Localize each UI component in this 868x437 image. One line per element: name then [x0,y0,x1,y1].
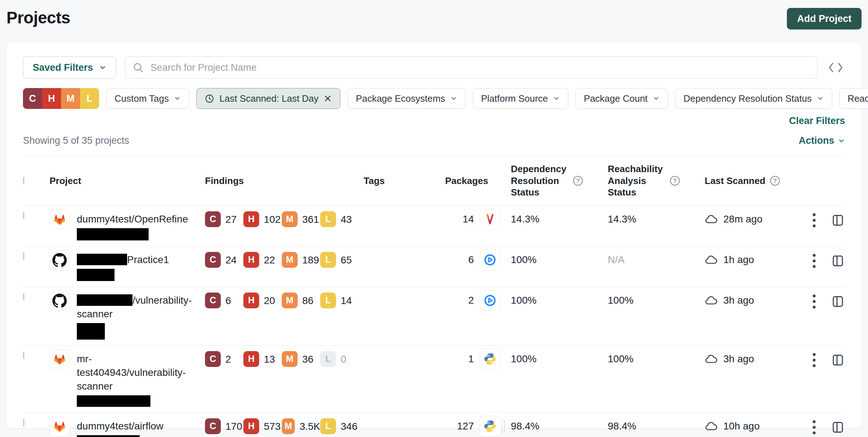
filter-dependency-resolution-status[interactable]: Dependency Resolution Status [675,88,832,109]
project-name[interactable]: /vulnerability-scanner [77,294,199,340]
redacted-text [77,228,149,240]
select-all-checkbox[interactable] [23,177,24,184]
python-icon [483,419,497,433]
column-header-last-scanned: Last Scanned ? [705,175,802,187]
last-scanned-text: 3h ago [723,294,754,307]
ecosystem-icon-box [480,416,500,437]
row-checkbox[interactable] [23,293,24,300]
filter-custom-tags[interactable]: Custom Tags [106,88,189,109]
open-side-panel-icon[interactable] [831,294,845,309]
finding-count: 20 [264,295,275,307]
severity-badge-high: H [243,211,259,227]
filter-package-count[interactable]: Package Count [575,88,668,109]
search-input[interactable] [150,62,810,73]
row-actions [802,253,845,268]
kebab-menu-icon[interactable] [807,353,821,367]
clock-icon [205,94,214,104]
cloud-icon [705,214,718,225]
packages-cell: 127 [445,419,511,437]
column-header-dependency-resolution-status: Dependency Resolution Status ? [511,163,608,198]
last-scanned-text: 10h ago [723,419,760,433]
filter-package-ecosystems[interactable]: Package Ecosystems [347,88,466,109]
kebab-menu-icon[interactable] [807,420,821,434]
project-cell: Practice1 [50,253,205,281]
project-cell: dummy4test/airflow [50,419,205,437]
open-side-panel-icon[interactable] [831,420,845,434]
close-icon[interactable] [323,94,332,103]
finding-critical: C2 [205,352,243,367]
findings-cell: C170H573M3.5KL346 [205,419,364,434]
table-row[interactable]: dummy4test/OpenRefine C27H102M361L43 14 [23,206,845,247]
table-row[interactable]: dummy4test/airflow C170H573M3.5KL346 127… [23,413,845,437]
finding-count: 3.5K [299,421,320,432]
open-side-panel-icon[interactable] [831,213,845,227]
open-side-panel-icon[interactable] [831,353,845,367]
gitlab-icon [50,210,70,230]
chevron-down-icon [553,95,560,102]
dependency-resolution-value: 100% [511,352,608,366]
finding-medium: M86 [282,294,320,308]
project-name[interactable]: dummy4test/airflow [77,419,199,437]
filter-platform-source[interactable]: Platform Source [473,88,568,109]
findings-cell: C2H13M36L0 [205,352,364,367]
chevron-down-icon [653,95,660,102]
clear-filters-link[interactable]: Clear Filters [789,115,845,126]
filter-reachability-analysis-status[interactable]: Reachability Analysis Status [839,88,868,109]
findings-cell: C24H22M189L65 [205,253,364,268]
redacted-text [77,254,127,265]
kebab-menu-icon[interactable] [807,294,821,309]
finding-medium: M189 [282,253,320,268]
finding-medium: M361 [282,212,320,227]
row-checkbox[interactable] [23,419,24,426]
last-scanned-cell: 28m ago [705,212,802,226]
svg-text:?: ? [773,177,777,184]
last-scanned-text: 3h ago [723,352,754,366]
row-checkbox[interactable] [23,252,24,260]
row-checkbox[interactable] [23,351,24,359]
project-cell: dummy4test/OpenRefine [50,212,205,240]
cloud-icon [705,421,718,432]
kebab-menu-icon[interactable] [807,254,821,268]
code-query-toggle-icon[interactable] [826,58,845,77]
help-icon[interactable]: ? [573,175,583,186]
last-scanned-text: 1h ago [723,253,754,267]
saved-filters-label: Saved Filters [33,62,93,73]
severity-badge-critical: C [205,293,221,308]
help-icon[interactable]: ? [669,175,680,186]
project-name-text: dummy4test/OpenRefine [77,213,188,225]
finding-count: 86 [302,295,313,307]
help-icon[interactable]: ? [770,175,780,186]
table-row[interactable]: Practice1 C24H22M189L65 6 100% N/A [23,247,845,287]
filter-label: Package Ecosystems [356,93,445,104]
severity-badge-medium: M [282,252,298,268]
chevron-down-icon [838,137,845,144]
maven-icon [484,213,496,226]
add-project-button[interactable]: Add Project [787,8,862,29]
table-row[interactable]: mr-test404943/vulnerability-scanner C2H1… [23,346,845,413]
severity-segment-medium[interactable]: M [61,88,80,109]
table-row[interactable]: /vulnerability-scanner C6H20M86L14 2 100… [23,287,845,346]
finding-count: 6 [225,295,231,307]
saved-filters-dropdown[interactable]: Saved Filters [23,56,116,79]
kebab-menu-icon[interactable] [807,213,821,227]
actions-dropdown[interactable]: Actions [799,135,845,146]
project-name[interactable]: Practice1 [77,253,199,281]
redacted-text [77,323,105,340]
packages-cell: 14 [445,212,511,230]
severity-badge-low: L [320,418,336,434]
severity-segment-low[interactable]: L [80,88,99,109]
project-name[interactable]: dummy4test/OpenRefine [77,212,199,240]
finding-critical: C27 [205,212,243,227]
column-header-text: Dependency Resolution Status [511,163,568,198]
severity-segment-high[interactable]: H [42,88,61,109]
severity-segment-critical[interactable]: C [23,88,42,109]
row-actions [802,419,845,434]
filter-last-scanned-active[interactable]: Last Scanned: Last Day [196,88,340,109]
column-header-reachability-analysis-status: Reachability Analysis Status ? [608,163,705,198]
dependency-resolution-value: 100% [511,253,608,267]
severity-filter-control: C H M L [23,88,99,109]
row-checkbox[interactable] [23,212,24,219]
python-icon [483,352,497,366]
project-name[interactable]: mr-test404943/vulnerability-scanner [77,352,199,407]
open-side-panel-icon[interactable] [831,254,845,268]
